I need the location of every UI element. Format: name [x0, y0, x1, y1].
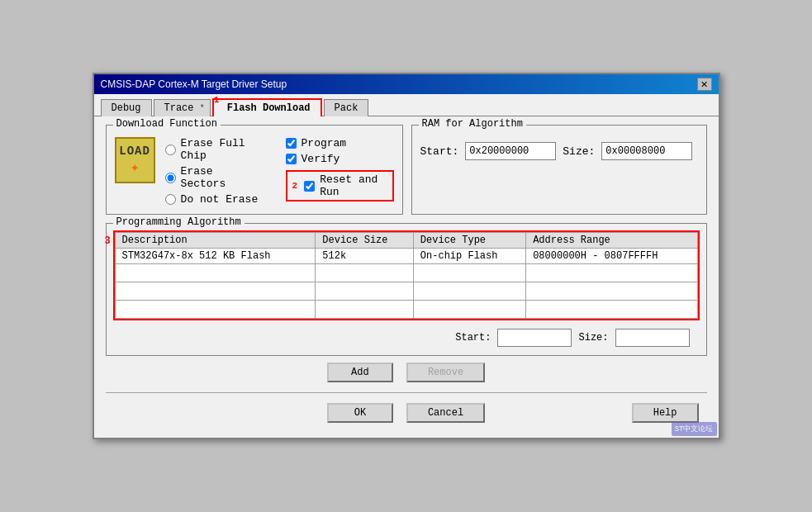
prog-size-input[interactable] — [615, 329, 690, 347]
step2-label: 2 — [292, 181, 298, 191]
erase-full-chip-radio[interactable] — [165, 145, 176, 155]
prog-size-label: Size: — [578, 332, 608, 344]
bottom-buttons: OK Cancel Help — [106, 400, 707, 429]
program-verify-group: Program Verify 2 Reset and Run — [286, 137, 394, 201]
ram-group-label: RAM for Algorithm — [419, 118, 526, 130]
prog-start-input[interactable] — [497, 329, 572, 347]
ram-start-input[interactable] — [465, 142, 556, 160]
program-row: Program — [286, 137, 394, 149]
dialog-title: CMSIS-DAP Cortex-M Target Driver Setup — [101, 78, 287, 90]
algorithm-table-wrapper: Description Device Size Device Type Addr… — [115, 232, 698, 319]
verify-label: Verify — [302, 153, 340, 165]
ok-button[interactable]: OK — [327, 403, 393, 423]
tab-debug[interactable]: Debug — [101, 99, 152, 116]
cell-address-range: 08000000H - 0807FFFFH — [526, 249, 697, 264]
table-header-row: Description Device Size Device Type Addr… — [115, 233, 697, 249]
erase-full-chip-label: Erase Full Chip — [181, 137, 263, 162]
remove-button[interactable]: Remove — [406, 363, 485, 382]
erase-full-chip-row: Erase Full Chip — [165, 137, 263, 162]
bottom-center-buttons: OK Cancel — [327, 403, 485, 423]
download-function-group: Download Function LOAD ✦ Erase Full Chip — [106, 125, 403, 215]
program-label: Program — [302, 137, 347, 149]
col-device-size: Device Size — [316, 233, 414, 249]
cell-device-type: On-chip Flash — [413, 249, 525, 264]
algorithm-table: Description Device Size Device Type Addr… — [115, 232, 698, 319]
programming-algorithm-group: Programming Algorithm 3 Description Devi… — [106, 223, 707, 356]
ram-size-label: Size: — [563, 145, 595, 158]
erase-sectors-label: Erase Sectors — [181, 165, 263, 190]
col-address-range: Address Range — [526, 233, 697, 249]
reset-run-box: 2 Reset and Run — [286, 170, 394, 201]
step3-label: 3 — [105, 235, 111, 247]
help-button[interactable]: Help — [632, 403, 699, 423]
erase-options: Erase Full Chip Erase Sectors Do not Era… — [165, 137, 263, 206]
prog-start-label: Start: — [455, 332, 491, 344]
do-not-erase-radio[interactable] — [165, 194, 176, 205]
col-device-type: Device Type — [413, 233, 525, 249]
tab-pack[interactable]: Pack — [324, 99, 369, 116]
ram-start-label: Start: — [420, 145, 459, 158]
cell-description: STM32G47x-8x 512 KB Flash — [115, 249, 316, 264]
prog-bottom-row: Start: Size: — [115, 329, 698, 347]
watermark: ST中文论坛 — [672, 422, 717, 436]
do-not-erase-row: Do not Erase — [165, 193, 263, 206]
program-checkbox[interactable] — [286, 138, 297, 149]
ram-size-input[interactable] — [601, 142, 692, 160]
prog-alg-label: Programming Algorithm — [113, 216, 245, 228]
erase-sectors-radio[interactable] — [165, 173, 176, 183]
tab-trace[interactable]: Trace * — [154, 99, 211, 116]
cell-device-size: 512k — [316, 249, 414, 264]
tabs-bar: Debug Trace * 1 Flash Download Pack — [94, 94, 719, 116]
table-row[interactable]: STM32G47x-8x 512 KB Flash 512k On-chip F… — [115, 249, 697, 264]
close-button[interactable]: ✕ — [697, 78, 712, 91]
reset-run-checkbox[interactable] — [304, 181, 315, 192]
action-buttons: Add Remove — [106, 363, 707, 382]
col-description: Description — [115, 233, 316, 249]
verify-checkbox[interactable] — [286, 154, 297, 164]
cancel-button[interactable]: Cancel — [406, 403, 485, 423]
step1-label: 1 — [214, 95, 220, 105]
download-function-label: Download Function — [113, 118, 221, 130]
reset-run-label: Reset and Run — [320, 173, 387, 198]
ram-for-algorithm-group: RAM for Algorithm Start: Size: — [411, 125, 707, 215]
tab-flash-download[interactable]: 1 Flash Download — [212, 98, 322, 116]
empty-row-1 — [115, 264, 697, 282]
reset-run-row: 2 Reset and Run — [286, 170, 394, 201]
empty-row-3 — [115, 301, 697, 319]
verify-row: Verify — [286, 153, 394, 165]
add-button[interactable]: Add — [327, 363, 393, 382]
divider — [106, 392, 707, 393]
empty-row-2 — [115, 282, 697, 301]
title-bar: CMSIS-DAP Cortex-M Target Driver Setup ✕ — [94, 74, 719, 94]
load-icon: LOAD ✦ — [115, 137, 155, 183]
erase-sectors-row: Erase Sectors — [165, 165, 263, 190]
do-not-erase-label: Do not Erase — [181, 193, 259, 206]
